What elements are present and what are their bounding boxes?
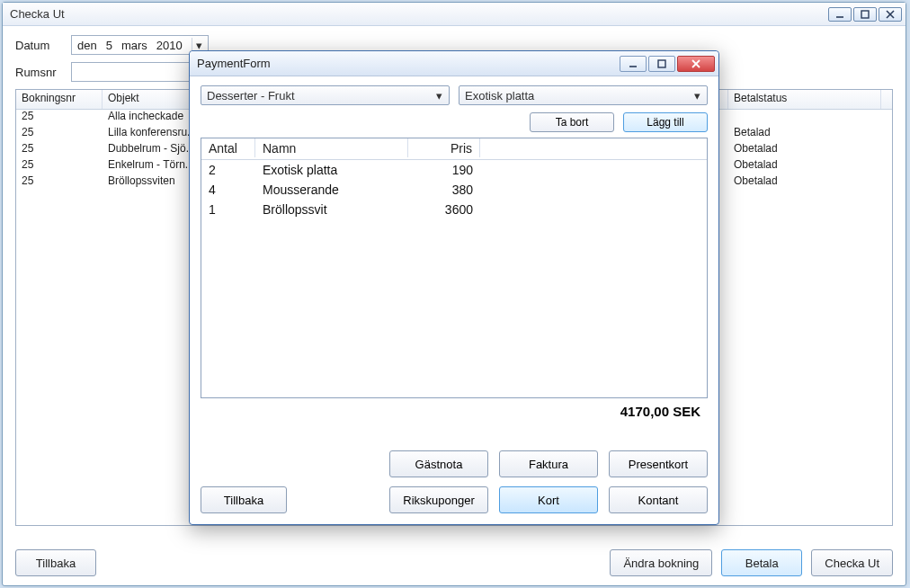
date-weekday: den xyxy=(77,39,97,52)
category-dropdown[interactable]: Desserter - Frukt ▾ xyxy=(201,85,450,105)
table-cell: Betalad xyxy=(728,126,881,142)
items-body: 2Exotisk platta1904Mousserande3801Bröllo… xyxy=(201,160,707,219)
items-row[interactable]: 2Exotisk platta190 xyxy=(201,160,707,180)
items-column-header[interactable]: Namn xyxy=(255,138,408,157)
date-label: Datum xyxy=(15,39,71,52)
items-row[interactable]: 4Mousserande380 xyxy=(201,180,707,200)
main-bottom-bar: Tillbaka Ändra bokning Betala Checka Ut xyxy=(15,549,893,576)
table-cell: 25 xyxy=(16,158,103,174)
dialog-minimize-button[interactable] xyxy=(620,56,647,72)
dialog-body: Desserter - Frukt ▾ Exotisk platta ▾ Ta … xyxy=(190,76,718,524)
main-title: Checka Ut xyxy=(6,7,826,21)
giftcard-button[interactable]: Presentkort xyxy=(609,450,708,477)
cash-button[interactable]: Kontant xyxy=(609,486,708,513)
dialog-bottom: Gästnota Faktura Presentkort Tillbaka Ri… xyxy=(201,450,708,513)
item-selected: Exotisk platta xyxy=(465,89,534,102)
items-cell: 2 xyxy=(201,163,255,177)
table-cell: 25 xyxy=(16,174,103,191)
close-button[interactable] xyxy=(879,7,902,22)
date-month: mars xyxy=(121,39,147,52)
minimize-button[interactable] xyxy=(828,7,852,22)
items-cell: 4 xyxy=(201,183,255,197)
items-column-header[interactable]: Pris xyxy=(408,138,480,157)
items-cell: Exotisk platta xyxy=(255,163,408,177)
room-label: Rumsnr xyxy=(15,66,71,79)
guest-note-button[interactable]: Gästnota xyxy=(389,450,488,477)
svg-rect-1 xyxy=(861,11,869,18)
items-column-header[interactable]: Antal xyxy=(201,138,255,157)
table-cell xyxy=(728,110,881,126)
table-cell: Obetalad xyxy=(728,142,881,158)
table-cell: Obetalad xyxy=(728,174,881,191)
item-dropdown[interactable]: Exotisk platta ▾ xyxy=(459,85,708,105)
items-cell: 190 xyxy=(408,163,480,177)
remove-button[interactable]: Ta bort xyxy=(530,112,614,132)
change-booking-button[interactable]: Ändra bokning xyxy=(610,549,712,576)
chevron-down-icon: ▾ xyxy=(691,89,703,102)
dialog-title: PaymentForm xyxy=(197,57,620,70)
payment-dialog: PaymentForm Desserter - Frukt ▾ Exotisk … xyxy=(189,50,719,525)
category-selected: Desserter - Frukt xyxy=(207,89,295,102)
table-cell: Obetalad xyxy=(728,158,881,174)
table-cell: 25 xyxy=(16,126,103,142)
chevron-down-icon: ▾ xyxy=(433,89,445,102)
card-button[interactable]: Kort xyxy=(499,486,598,513)
add-button[interactable]: Lägg till xyxy=(623,112,708,132)
items-cell: Bröllopssvit xyxy=(255,202,408,217)
date-picker[interactable]: den 5 mars 2010 ▾ xyxy=(71,35,209,55)
items-row[interactable]: 1Bröllopssvit3600 xyxy=(201,200,707,219)
dialog-close-button[interactable] xyxy=(677,56,715,72)
total-label: 4170,00 SEK xyxy=(201,398,708,421)
items-cell: 1 xyxy=(201,202,255,217)
coupons-button[interactable]: Rikskuponger xyxy=(389,486,488,513)
column-header[interactable]: Betalstatus xyxy=(728,90,881,109)
items-table: AntalNamnPris 2Exotisk platta1904Mousser… xyxy=(201,138,708,398)
pay-button[interactable]: Betala xyxy=(721,549,802,576)
items-cell: Mousserande xyxy=(255,183,408,197)
column-header[interactable]: Bokningsnr xyxy=(16,90,103,109)
items-cell: 380 xyxy=(408,183,480,197)
svg-rect-5 xyxy=(658,60,665,67)
checkout-button[interactable]: Checka Ut xyxy=(811,549,893,576)
items-header: AntalNamnPris xyxy=(201,138,707,160)
main-titlebar: Checka Ut xyxy=(3,3,906,26)
table-cell: 25 xyxy=(16,142,103,158)
back-button[interactable]: Tillbaka xyxy=(15,549,96,576)
dialog-maximize-button[interactable] xyxy=(648,56,675,72)
dialog-titlebar: PaymentForm xyxy=(190,51,718,76)
invoice-button[interactable]: Faktura xyxy=(499,450,598,477)
maximize-button[interactable] xyxy=(853,7,877,22)
date-day: 5 xyxy=(106,39,112,52)
dialog-back-button[interactable]: Tillbaka xyxy=(201,486,287,513)
date-year: 2010 xyxy=(156,39,183,52)
table-cell: 25 xyxy=(16,110,103,126)
items-cell: 3600 xyxy=(408,202,480,217)
